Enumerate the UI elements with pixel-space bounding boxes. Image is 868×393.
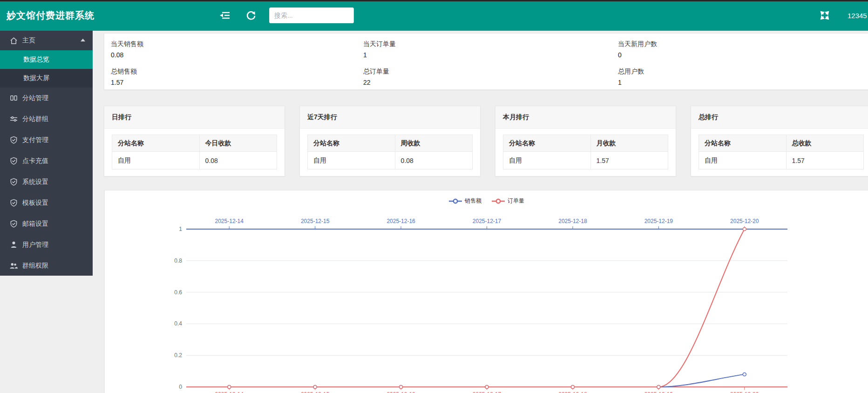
legend-line-icon [492, 198, 505, 204]
sidebar-item-10[interactable]: 用户管理 [0, 234, 93, 255]
stat-cell: 当天订单量 1 [363, 39, 396, 60]
search-box [269, 7, 354, 23]
table-cell: 自用 [699, 152, 787, 169]
data-point-marker [400, 386, 403, 389]
chart-legend: 销售额 订单量 [105, 197, 868, 205]
y-axis-tick-label: 0.6 [174, 289, 182, 296]
ranking-column-header: 今日收款 [199, 135, 277, 152]
legend-label: 订单量 [508, 197, 524, 205]
ranking-card-body: 分站名称今日收款 自用0.08 [104, 129, 285, 176]
app-title: 妙文馆付费进群系统 [0, 9, 205, 22]
x-axis-bottom-label: 2025-12-15 [301, 391, 330, 393]
shield-icon [9, 178, 18, 186]
x-axis-top-label: 2025-12-17 [473, 218, 502, 224]
stat-label: 总订单量 [363, 67, 389, 76]
refresh-icon[interactable] [245, 9, 257, 21]
username[interactable]: 12345 [848, 12, 868, 20]
sidebar-item-label: 群组权限 [22, 262, 48, 270]
sidebar-item-11[interactable]: 群组权限 [0, 255, 93, 276]
data-point-marker [657, 386, 660, 389]
table-cell: 自用 [503, 152, 591, 169]
x-axis-bottom-label: 2025-12-18 [558, 391, 587, 393]
ranking-card-title: 日排行 [104, 106, 285, 129]
sidebar-item-6[interactable]: 点卡充值 [0, 150, 93, 171]
chevron-up-icon [81, 39, 85, 41]
stat-label: 总销售额 [111, 67, 137, 76]
ranking-card: 本月排行 分站名称月收款 自用1.57 [495, 106, 676, 176]
fullscreen-icon[interactable] [819, 9, 831, 21]
ranking-table: 分站名称月收款 自用1.57 [503, 135, 668, 169]
sidebar-item-label: 数据总览 [23, 55, 49, 64]
app-header: 妙文馆付费进群系统 12345 [0, 0, 868, 31]
ranking-column-header: 总收款 [786, 135, 863, 152]
stat-cell: 总用户数 1 [618, 67, 644, 88]
sidebar-item-label: 分站管理 [22, 94, 48, 102]
data-point-marker [228, 386, 231, 389]
sidebar-item-7[interactable]: 系统设置 [0, 171, 93, 192]
x-axis-top-label: 2025-12-20 [730, 218, 759, 224]
stat-cell: 总销售额 1.57 [111, 67, 137, 88]
sidebar-item-3[interactable]: 分站管理 [0, 88, 93, 108]
ranking-card: 总排行 分站名称总收款 自用1.57 [691, 106, 868, 176]
user-icon [9, 241, 18, 249]
stat-cell: 总订单量 22 [363, 67, 389, 88]
sidebar-item-1[interactable]: 数据总览 [0, 50, 93, 69]
sidebar-item-label: 模板设置 [22, 199, 48, 207]
legend-line-icon [449, 198, 462, 204]
search-input[interactable] [269, 7, 354, 23]
table-row: 自用0.08 [112, 152, 277, 169]
sidebar-item-8[interactable]: 模板设置 [0, 192, 93, 213]
stat-value: 0.08 [111, 50, 143, 60]
sidebar-item-2[interactable]: 数据大屏 [0, 69, 93, 88]
stat-label: 当天新用户数 [618, 39, 657, 48]
x-axis-bottom-label: 2025-12-17 [473, 391, 502, 393]
x-axis-bottom-label: 2025-12-16 [387, 391, 415, 393]
stat-value: 0 [618, 50, 657, 60]
table-cell: 1.57 [590, 152, 668, 169]
sidebar-item-label: 分站群组 [22, 115, 48, 123]
stat-cell: 当天新用户数 0 [618, 39, 657, 60]
sidebar-item-label: 点卡充值 [22, 157, 48, 165]
users-icon [9, 262, 18, 270]
sales-chart-card: 00.20.40.60.812025-12-142025-12-152025-1… [104, 190, 868, 393]
sidebar-item-5[interactable]: 支付管理 [0, 129, 93, 150]
x-axis-bottom-label: 2025-12-19 [644, 391, 673, 393]
line-chart: 00.20.40.60.812025-12-142025-12-152025-1… [105, 190, 868, 393]
stat-cell: 当天销售额 0.08 [111, 39, 143, 60]
sidebar-item-4[interactable]: 分站群组 [0, 108, 93, 129]
ranking-card: 日排行 分站名称今日收款 自用0.08 [104, 106, 285, 176]
table-row: 自用1.57 [699, 152, 864, 169]
x-axis-top-label: 2025-12-15 [301, 218, 330, 224]
stat-value: 1.57 [111, 77, 137, 88]
ranking-card-body: 分站名称周收款 自用0.08 [300, 129, 480, 176]
sidebar-item-9[interactable]: 邮箱设置 [0, 213, 93, 234]
ranking-column-header: 分站名称 [308, 135, 395, 152]
legend-item-订单量[interactable]: 订单量 [492, 197, 524, 205]
x-axis-top-label: 2025-12-16 [387, 218, 415, 224]
ranking-column-header: 分站名称 [699, 135, 787, 152]
ranking-card-body: 分站名称月收款 自用1.57 [495, 129, 676, 176]
legend-label: 销售额 [465, 197, 481, 205]
sidebar-item-label: 支付管理 [22, 136, 48, 144]
x-axis-top-label: 2025-12-18 [558, 218, 587, 224]
table-cell: 自用 [308, 152, 395, 169]
sidebar-item-label: 用户管理 [22, 241, 48, 249]
stats-overview-card: 当天销售额 0.08 当天订单量 1 当天新用户数 0 总销售额 1.57 总订… [104, 33, 868, 90]
shield-icon [9, 220, 18, 228]
y-axis-tick-label: 1 [179, 226, 182, 232]
window-top-strip [0, 0, 868, 1]
stat-label: 总用户数 [618, 67, 644, 76]
data-point-marker [743, 373, 746, 376]
ranking-column-header: 月收款 [590, 135, 668, 152]
data-point-marker [743, 228, 746, 231]
collapse-menu-icon[interactable] [219, 9, 231, 21]
sidebar-item-home[interactable]: 主页 [0, 31, 93, 50]
home-icon [9, 36, 18, 45]
sliders-icon [9, 115, 18, 123]
table-cell: 1.57 [786, 152, 863, 169]
ranking-column-header: 周收款 [395, 135, 472, 152]
shield-icon [9, 157, 18, 165]
sidebar-item-label: 系统设置 [22, 178, 48, 186]
legend-item-销售额[interactable]: 销售额 [449, 197, 481, 205]
data-point-marker [571, 386, 574, 389]
